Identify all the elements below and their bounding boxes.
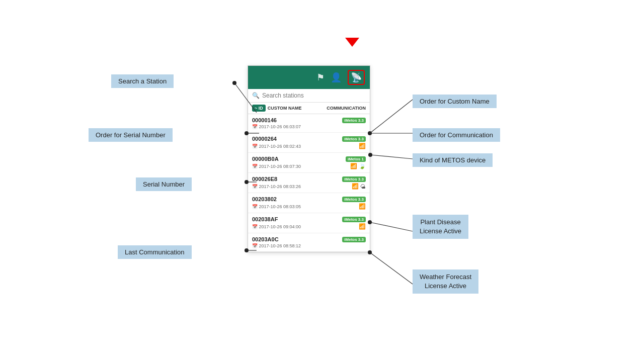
- annotation-last-comm: Last Communication: [118, 245, 192, 259]
- station-date: 📅 2017-10-26 08:02:43: [252, 144, 301, 149]
- comm-icon: 📶: [359, 203, 366, 210]
- station-id: 002038AF: [252, 216, 278, 222]
- comm-icon: 📶: [359, 143, 366, 149]
- device-badge: iMetos 1: [346, 156, 366, 162]
- svg-line-11: [370, 155, 413, 159]
- station-item[interactable]: 00000264 iMetos 3.3 📅 2017-10-26 08:02:4…: [248, 133, 370, 153]
- station-date: 📅 2017-10-26 09:04:00: [252, 224, 301, 229]
- station-id: 00203A0C: [252, 236, 279, 242]
- comm-icon: 📶: [359, 223, 366, 230]
- device-badge: iMetos 3.3: [342, 197, 366, 202]
- wifi-icon[interactable]: 📡: [348, 70, 365, 85]
- annotation-order-comm: Order for Communication: [413, 128, 500, 142]
- annotation-order-custom: Order for Custom Name: [413, 95, 497, 108]
- device-badge: iMetos 3.3: [342, 118, 366, 123]
- app-container: ⚑ 👤 📡 🔍 ~ ID CUSTOM NAME COMMUNICATION 0…: [248, 65, 370, 252]
- annotation-serial-number: Serial Number: [136, 177, 192, 191]
- flag-icon[interactable]: ⚑: [316, 72, 325, 83]
- search-icon: 🔍: [252, 92, 260, 99]
- device-badge: iMetos 3.3: [342, 136, 366, 142]
- station-id: 000026E8: [252, 176, 277, 182]
- svg-line-13: [370, 222, 413, 231]
- weather-forecast-icon: 🌤: [360, 184, 366, 190]
- station-icons: 📶: [359, 203, 366, 210]
- svg-point-1: [232, 81, 236, 85]
- annotation-search-station: Search a Station: [111, 74, 174, 88]
- station-date: 📅 2017-10-26 08:03:26: [252, 184, 301, 189]
- station-icons: 📶: [359, 143, 366, 149]
- station-list: 00000146 iMetos 3.3 📅 2017-10-26 06:03:0…: [248, 114, 370, 252]
- person-icon[interactable]: 👤: [331, 72, 342, 83]
- station-id: 00000146: [252, 117, 277, 123]
- comm-icon: 📶: [350, 163, 357, 169]
- plant-disease-icon: 🍃: [359, 163, 366, 169]
- station-date: 📅 2017-10-26 08:03:05: [252, 204, 301, 209]
- station-item[interactable]: 002038AF iMetos 3.3 📅 2017-10-26 09:04:0…: [248, 213, 370, 233]
- station-item[interactable]: 00203802 iMetos 3.3 📅 2017-10-26 08:03:0…: [248, 193, 370, 213]
- station-id: 00203802: [252, 196, 277, 202]
- station-icons: 📶 🌤: [352, 183, 366, 190]
- station-item[interactable]: 00000B0A iMetos 1 📅 2017-10-26 08:07:30 …: [248, 153, 370, 173]
- col-comm-header[interactable]: COMMUNICATION: [327, 106, 366, 111]
- comm-icon: 📶: [352, 183, 359, 190]
- annotation-order-serial: Order for Serial Number: [89, 128, 173, 142]
- annotation-plant-disease: Plant DiseaseLicense Active: [413, 215, 468, 239]
- search-input[interactable]: [262, 92, 366, 99]
- svg-line-15: [370, 252, 413, 284]
- col-id-header[interactable]: ~ ID: [252, 105, 266, 112]
- station-item[interactable]: 00203A0C iMetos 3.3 📅 2017-10-26 08:58:1…: [248, 233, 370, 252]
- station-date: 📅 2017-10-26 08:58:12: [252, 243, 301, 248]
- station-date: 📅 2017-10-26 08:07:30: [252, 164, 301, 169]
- station-icons: 📶: [359, 223, 366, 230]
- col-custom-header[interactable]: CUSTOM NAME: [268, 106, 325, 111]
- station-id: 00000B0A: [252, 156, 279, 162]
- station-item[interactable]: 000026E8 iMetos 3.3 📅 2017-10-26 08:03:2…: [248, 173, 370, 193]
- annotation-kind-metos: Kind of METOS device: [413, 153, 493, 167]
- device-badge: iMetos 3.3: [342, 237, 366, 242]
- station-date: 📅 2017-10-26 06:03:07: [252, 124, 301, 129]
- search-bar: 🔍: [248, 89, 370, 103]
- column-headers: ~ ID CUSTOM NAME COMMUNICATION: [248, 103, 370, 114]
- svg-line-8: [370, 100, 413, 133]
- station-item[interactable]: 00000146 iMetos 3.3 📅 2017-10-26 06:03:0…: [248, 114, 370, 133]
- annotation-weather-forecast: Weather ForecastLicense Active: [413, 269, 478, 294]
- station-icons: 📶 🍃: [350, 163, 366, 169]
- device-badge: iMetos 3.3: [342, 176, 366, 182]
- station-id: 00000264: [252, 136, 277, 142]
- app-header: ⚑ 👤 📡: [248, 66, 370, 89]
- device-badge: iMetos 3.3: [342, 217, 366, 222]
